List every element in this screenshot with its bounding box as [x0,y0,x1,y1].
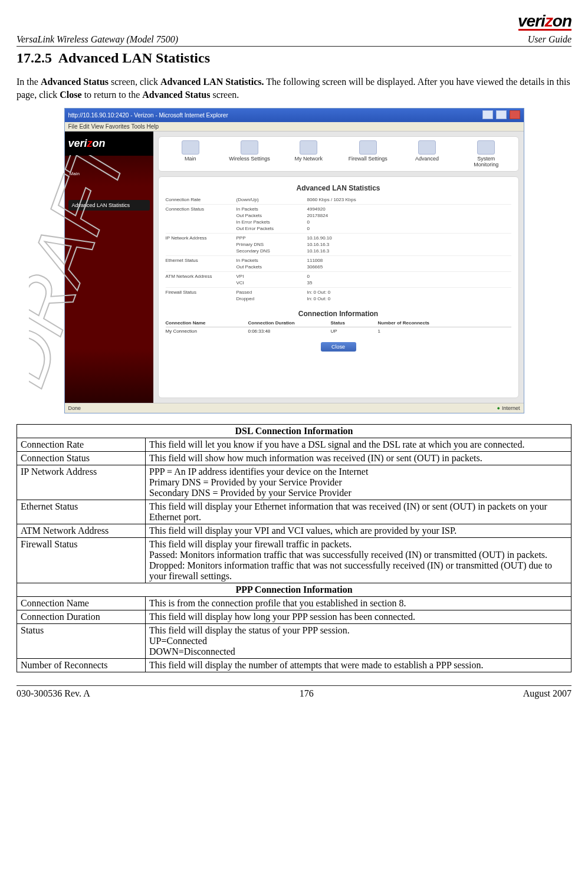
nav-main[interactable]: Main [170,140,211,168]
field-label: Status [17,624,146,659]
content-card: Advanced LAN Statistics Connection Rate(… [158,176,519,398]
app-main: Main Wireless Settings My Network Firewa… [153,132,524,403]
field-label: Firewall Status [17,538,146,583]
browser-window: http://10.16.90.10:2420 - Verizon - Micr… [64,108,524,413]
info-table: DSL Connection Information Connection Ra… [17,424,571,672]
section-title-text: Advanced LAN Statistics [58,50,210,65]
section-heading: 17.2.5 Advanced LAN Statistics [17,50,571,66]
field-label: Connection Name [17,597,146,610]
field-desc: This field will display your VPI and VCI… [146,524,571,538]
nav-system[interactable]: System Monitoring [465,140,507,168]
gear-icon [418,140,436,155]
wifi-icon [241,140,258,155]
card-title: Advanced LAN Statistics [166,184,511,192]
close-button[interactable]: Close [321,342,356,352]
nav-wireless[interactable]: Wireless Settings [229,140,270,168]
field-desc: This field will display how long your PP… [146,610,571,624]
field-label: Number of Reconnects [17,659,146,672]
table-row: Connection RateThis field will let you k… [17,438,571,452]
doc-label: User Guide [528,34,571,45]
logo-underline [518,29,571,31]
field-label: Ethernet Status [17,500,146,524]
window-titlebar: http://10.16.90.10:2420 - Verizon - Micr… [65,109,524,122]
field-desc: This field will display your Ethernet in… [146,500,571,524]
nav-mynetwork[interactable]: My Network [288,140,329,168]
table-row: Connection StatusThis field will show ho… [17,452,571,465]
sidebar-active-tab[interactable]: Advanced LAN Statistics [68,200,150,211]
table-row: Firewall StatusThis field will display y… [17,538,571,583]
app-sidebar: verizon Main Advanced LAN Statistics [65,132,153,403]
intro-paragraph: In the Advanced Status screen, click Adv… [17,75,571,101]
monitor-icon [477,140,495,155]
logo-text: verizon [518,12,571,31]
table-row: Ethernet StatusThis field will display y… [17,500,571,524]
footer-left: 030-300536 Rev. A [17,688,90,699]
section-number: 17.2.5 [17,50,52,65]
maximize-icon[interactable] [496,110,507,119]
footer-right: August 2007 [523,688,571,699]
nav-firewall[interactable]: Firewall Settings [347,140,389,168]
table-row: ATM Network AddressThis field will displ… [17,524,571,538]
minimize-icon[interactable] [482,110,493,119]
footer-page: 176 [300,688,314,699]
field-label: Connection Duration [17,610,146,624]
page-footer: 030-300536 Rev. A 176 August 2007 [17,685,571,699]
embedded-screenshot: DRAFT http://10.16.90.10:2420 - Verizon … [64,108,524,413]
table-row: StatusThis field will display the status… [17,624,571,659]
window-controls [481,110,520,120]
conn-title: Connection Information [166,310,511,318]
breadcrumb: Main [65,156,153,176]
table-header-dsl: DSL Connection Information [17,425,571,438]
top-nav: Main Wireless Settings My Network Firewa… [158,136,519,172]
window-title: http://10.16.90.10:2420 - Verizon - Micr… [68,112,228,119]
doc-title: VersaLink Wireless Gateway (Model 7500) [17,34,178,45]
stats-grid: Connection Rate(Down/Up)8060 Kbps / 1023… [166,197,511,301]
shield-icon [359,140,377,155]
field-desc: This field will display the status of yo… [146,624,571,659]
conn-headers: Connection Name Connection Duration Stat… [166,320,511,327]
status-right: Internet [497,405,520,411]
table-header-ppp: PPP Connection Information [17,583,571,597]
field-desc: This field will display your firewall tr… [146,538,571,583]
page-header: verizon [17,12,571,31]
close-icon[interactable] [510,110,520,119]
table-row: Connection NameThis is from the connecti… [17,597,571,610]
field-desc: This field will let you know if you have… [146,438,571,452]
field-label: ATM Network Address [17,524,146,538]
table-row: Number of ReconnectsThis field will disp… [17,659,571,672]
sidebar-logo: verizon [65,132,153,156]
nav-advanced[interactable]: Advanced [406,140,448,168]
statusbar: Done Internet [65,403,524,413]
status-left: Done [68,405,81,411]
field-desc: This field will display the number of at… [146,659,571,672]
verizon-logo: verizon [518,12,571,31]
field-label: IP Network Address [17,465,146,500]
field-label: Connection Status [17,452,146,465]
field-desc: This is from the connection profile that… [146,597,571,610]
home-icon [182,140,199,155]
running-head: VersaLink Wireless Gateway (Model 7500) … [17,34,571,47]
network-icon [300,140,317,155]
table-row: IP Network AddressPPP = An IP address id… [17,465,571,500]
field-label: Connection Rate [17,438,146,452]
conn-row: My Connection 0:06:33:48 UP 1 [166,327,511,334]
browser-menubar[interactable]: File Edit View Favorites Tools Help [65,122,524,132]
field-desc: PPP = An IP address identifies your devi… [146,465,571,500]
field-desc: This field will show how much informatio… [146,452,571,465]
table-row: Connection DurationThis field will displ… [17,610,571,624]
